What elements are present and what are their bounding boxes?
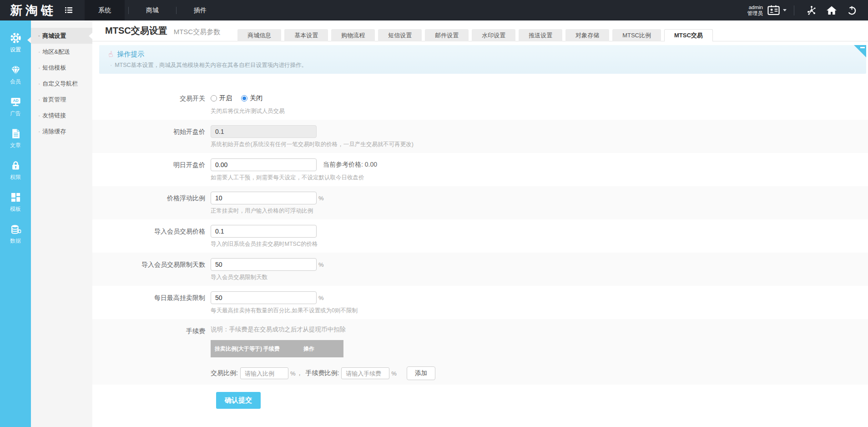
bullet: · [38,96,40,103]
bullet: · [38,80,40,87]
submenu-item-homepage[interactable]: ·首页管理 [31,92,92,107]
minus-icon [860,47,865,48]
form-row-daily-max-limit: 每日最高挂卖限制 % 每天最高挂卖持有数量的百分比,如果不设置或为0则不限制 [92,286,868,319]
user-role: 管理员 [747,10,763,16]
topbar: 新淘链 系统 商城 插件 admin 管理员 [0,0,868,20]
power-icon [847,5,857,15]
pointer-hand-icon: ☝ [107,49,114,60]
lock-icon [10,159,22,172]
fee-add-row: 交易比例: % ， 手续费比例: % 添加 [211,366,868,380]
float-ratio-input[interactable] [211,192,317,204]
nav-divider [128,7,129,14]
submenu-item-sms-template[interactable]: ·短信模板 [31,60,92,76]
field-label: 导入会员交易价格 [92,225,211,248]
tab-object-storage[interactable]: 对象存储 [565,29,609,41]
bullet: · [110,62,112,68]
submenu-item-mall-settings[interactable]: ·商城设置 [31,28,92,44]
home-button[interactable] [822,0,842,20]
tab-mall-info[interactable]: 商城信息 [237,29,281,41]
sidebar-item-label: 权限 [10,173,21,181]
sidebar-item-label: 广告 [10,110,21,117]
tab-sms-settings[interactable]: 短信设置 [378,29,422,41]
percent-suffix: % [391,370,397,377]
sidebar-collapse-button[interactable] [63,5,75,16]
field-label: 交易开关 [92,92,211,115]
field-label: 初始开盘价 [92,125,211,148]
article-icon [10,127,22,140]
top-nav-plugin[interactable]: 插件 [180,0,220,20]
radio-label: 关闭 [250,94,262,102]
fee-ratio-input[interactable] [240,367,288,379]
import-limit-days-input[interactable] [211,258,317,271]
fee-col-ratio: 挂卖比例(大于等于) [211,345,263,353]
sidebar-item-label: 设置 [10,46,21,54]
tab-basic-settings[interactable]: 基本设置 [284,29,328,41]
tab-mtsc-trade[interactable]: MTSC交易 [664,29,713,41]
sidebar-item-permissions[interactable]: 权限 [0,154,31,186]
sidebar-item-articles[interactable]: 文章 [0,122,31,154]
ad-billboard-icon: AD [10,96,22,108]
radio-checked-icon[interactable] [241,95,247,102]
tab-mail-settings[interactable]: 邮件设置 [425,29,469,41]
submenu-item-custom-nav[interactable]: ·自定义导航栏 [31,76,92,92]
bullet: · [38,64,40,71]
submenu-sidebar: ·商城设置 ·地区&配送 ·短信模板 ·自定义导航栏 ·首页管理 ·友情链接 ·… [31,20,92,427]
ratio-input-label: 交易比例: [211,369,238,377]
sidebar-item-data[interactable]: 数据 [0,218,31,250]
submenu-item-clear-cache[interactable]: ·清除缓存 [31,123,92,139]
radio-option-on[interactable]: 开启 [211,94,232,102]
chevron-down-icon [783,9,787,11]
notice-text: MTSC基本设置，商城及其他模块相关内容在其各自栏目设置项内进行操作。 [115,62,307,68]
tab-push-settings[interactable]: 推送设置 [519,29,562,41]
network-icon [806,5,817,16]
percent-suffix: % [290,370,296,377]
clear-cache-button[interactable] [802,0,822,20]
hamburger-icon [65,7,72,13]
fee-percent-input[interactable] [341,367,389,379]
top-nav-system[interactable]: 系统 [85,0,125,20]
content-header: MTSC交易设置 MTSC交易参数 商城信息 基本设置 购物流程 短信设置 邮件… [92,20,868,41]
add-fee-button[interactable]: 添加 [407,366,435,380]
settings-tabs: 商城信息 基本设置 购物流程 短信设置 邮件设置 水印设置 推送设置 对象存储 … [237,29,713,41]
tab-mtsc-ratio[interactable]: MTSC比例 [612,29,661,41]
sidebar-item-members[interactable]: 会员 [0,59,31,91]
percent-suffix: % [318,261,324,268]
sidebar-item-label: 文章 [10,142,21,149]
sidebar-item-label: 模板 [10,205,21,213]
top-nav-mall[interactable]: 商城 [132,0,172,20]
import-price-input[interactable] [211,225,317,238]
field-label: 价格浮动比例 [92,192,211,215]
svg-text:AD: AD [13,98,18,103]
submenu-item-region-shipping[interactable]: ·地区&配送 [31,44,92,60]
profile-menu-button[interactable] [767,5,787,15]
operation-notice: ☝ 操作提示 ·MTSC基本设置，商城及其他模块相关内容在其各自栏目设置项内进行… [99,45,866,74]
template-grid-icon [10,191,22,203]
sidebar-item-label: 数据 [10,237,21,245]
tomorrow-price-input[interactable] [211,158,317,171]
submenu-item-links[interactable]: ·友情链接 [31,107,92,123]
content-area: MTSC交易设置 MTSC交易参数 商城信息 基本设置 购物流程 短信设置 邮件… [92,20,868,427]
field-label: 手续费 [92,325,211,380]
field-hint: 每天最高挂卖持有数量的百分比,如果不设置或为0则不限制 [211,307,868,315]
logout-button[interactable] [842,0,862,20]
tab-watermark-settings[interactable]: 水印设置 [472,29,515,41]
radio-unchecked-icon[interactable] [211,95,217,102]
sidebar-item-templates[interactable]: 模板 [0,186,31,218]
app-window: 新淘链 系统 商城 插件 admin 管理员 [0,0,868,427]
tab-shopping-flow[interactable]: 购物流程 [331,29,375,41]
app-logo: 新淘链 [0,2,63,19]
icon-sidebar: 设置 会员 AD [0,20,31,427]
mtsc-trade-form: 交易开关 开启 关闭 关闭后将仅允许测试人员交易 [92,86,868,416]
form-row-fee: 手续费 说明：手续费是在交易成功之后才从提现币中扣除 挂卖比例(大于等于) 手续… [92,319,868,385]
user-name: admin [747,5,763,10]
form-row-float-ratio: 价格浮动比例 % 正常挂卖时，用户输入价格的可浮动比例 [92,186,868,219]
sidebar-item-ads[interactable]: AD 广告 [0,91,31,122]
confirm-submit-button[interactable]: 确认提交 [216,392,261,409]
notice-title: 操作提示 [117,50,144,59]
radio-option-off[interactable]: 关闭 [241,94,262,102]
form-row-import-price: 导入会员交易价格 导入的旧系统会员挂卖交易时MTSC的价格 [92,219,868,253]
submenu-label: 友情链接 [42,112,66,119]
sidebar-item-settings[interactable]: 设置 [0,27,31,59]
field-hint: 系统初始开盘价(系统没有任何一笔交易时取的价格，一旦产生交易就不可再更改) [211,141,868,148]
daily-max-limit-input[interactable] [211,291,317,304]
